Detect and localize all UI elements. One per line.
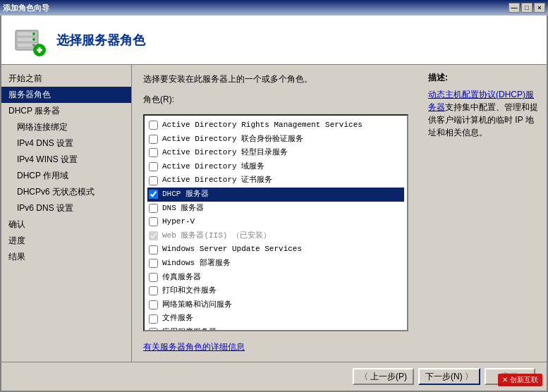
role-checkbox-dns[interactable] <box>149 204 158 213</box>
description-title: 描述: <box>428 72 538 84</box>
dialog-header: 选择服务器角色 <box>1 16 547 65</box>
sidebar: 开始之前服务器角色DHCP 服务器网络连接绑定IPv4 DNS 设置IPv4 W… <box>1 65 132 362</box>
role-item-ad-rms[interactable]: Active Directory Rights Management Servi… <box>147 118 404 133</box>
role-item-win-deploy[interactable]: Windows 部署服务 <box>147 257 404 271</box>
role-label-ad-lds: Active Directory 轻型目录服务 <box>162 147 288 159</box>
title-bar-text: 添加角色向导 <box>3 3 49 13</box>
role-checkbox-hyper-v[interactable] <box>149 217 158 226</box>
role-item-file[interactable]: 文件服务 <box>147 312 404 326</box>
role-label-file: 文件服务 <box>162 312 193 325</box>
roles-label: 角色(R): <box>143 94 408 106</box>
role-checkbox-iis[interactable] <box>149 231 158 240</box>
description-body: 支持集中配置、管理和提供客户端计算机的临时 IP 地址和相关信息。 <box>428 102 538 137</box>
close-button[interactable]: × <box>534 3 545 13</box>
sidebar-item-network-bind[interactable]: 网络连接绑定 <box>1 119 131 135</box>
role-item-dns[interactable]: DNS 服务器 <box>147 202 404 216</box>
role-label-ad-fed: Active Directory 联合身份验证服务 <box>162 133 303 146</box>
role-label-ad-ds: Active Directory 域服务 <box>162 161 264 173</box>
title-bar-controls: — □ × <box>509 3 545 13</box>
role-item-ad-fed[interactable]: Active Directory 联合身份验证服务 <box>147 133 404 147</box>
role-item-fax[interactable]: 传真服务器 <box>147 271 404 285</box>
maximize-button[interactable]: □ <box>521 3 532 13</box>
roles-list[interactable]: Active Directory Rights Management Servi… <box>143 114 408 331</box>
title-bar: 添加角色向导 — □ × <box>0 0 548 16</box>
role-label-ad-rms: Active Directory Rights Management Servi… <box>162 119 363 132</box>
role-item-app-server[interactable]: 应用程序服务器 <box>147 326 404 331</box>
sidebar-item-start[interactable]: 开始之前 <box>1 71 131 87</box>
role-checkbox-network-policy[interactable] <box>149 300 158 310</box>
role-label-dns: DNS 服务器 <box>162 202 204 215</box>
main-dialog: 选择服务器角色 开始之前服务器角色DHCP 服务器网络连接绑定IPv4 DNS … <box>0 16 548 392</box>
sidebar-item-server-roles[interactable]: 服务器角色 <box>1 87 131 103</box>
svg-point-4 <box>32 32 35 35</box>
role-checkbox-ad-cs[interactable] <box>149 176 158 185</box>
role-label-iis: Web 服务器(IIS) （已安装） <box>162 230 271 243</box>
next-button[interactable]: 下一步(N) 〉 <box>418 368 480 385</box>
sidebar-item-dhcp-scope[interactable]: DHCP 作用域 <box>1 168 131 184</box>
role-item-print[interactable]: 打印和文件服务 <box>147 284 404 298</box>
role-label-network-policy: 网络策略和访问服务 <box>162 299 232 312</box>
svg-point-5 <box>32 38 35 41</box>
role-item-network-policy[interactable]: 网络策略和访问服务 <box>147 298 404 312</box>
svg-rect-9 <box>39 47 41 53</box>
role-checkbox-dhcp[interactable] <box>149 190 158 199</box>
watermark-logo: ✕ <box>502 376 510 384</box>
role-checkbox-ad-ds[interactable] <box>149 162 158 171</box>
role-label-win-deploy: Windows 部署服务 <box>162 257 231 270</box>
role-checkbox-wsus[interactable] <box>149 245 158 255</box>
sidebar-item-ipv4-wins[interactable]: IPv4 WINS 设置 <box>1 152 131 168</box>
role-label-print: 打印和文件服务 <box>162 285 217 298</box>
content-area: 选择要安装在此服务器上的一个或多个角色。 角色(R): Active Direc… <box>132 65 420 362</box>
minimize-button[interactable]: — <box>509 3 520 13</box>
role-checkbox-app-server[interactable] <box>149 328 158 331</box>
description-text: 动态主机配置协议(DHCP)服务器支持集中配置、管理和提供客户端计算机的临时 I… <box>428 88 538 139</box>
sidebar-item-dhcp-server[interactable]: DHCP 服务器 <box>1 103 131 119</box>
role-checkbox-ad-fed[interactable] <box>149 135 158 144</box>
sidebar-item-result[interactable]: 结果 <box>1 249 131 265</box>
role-item-dhcp[interactable]: DHCP 服务器 <box>147 188 404 202</box>
role-checkbox-ad-lds[interactable] <box>149 148 158 157</box>
role-item-ad-cs[interactable]: Active Directory 证书服务 <box>147 173 404 188</box>
role-item-iis[interactable]: Web 服务器(IIS) （已安装） <box>147 229 404 243</box>
watermark: ✕ 创新互联 <box>498 374 542 386</box>
role-label-app-server: 应用程序服务器 <box>162 326 217 331</box>
role-label-hyper-v: Hyper-V <box>162 216 195 228</box>
header-icon <box>13 23 47 57</box>
sidebar-item-ipv4-dns[interactable]: IPv4 DNS 设置 <box>1 135 131 152</box>
role-checkbox-ad-rms[interactable] <box>149 121 158 130</box>
role-checkbox-fax[interactable] <box>149 273 158 282</box>
sidebar-item-ipv6-dns[interactable]: IPv6 DNS 设置 <box>1 200 131 216</box>
description-panel: 描述: 动态主机配置协议(DHCP)服务器支持集中配置、管理和提供客户端计算机的… <box>420 65 547 362</box>
dialog-footer: 〈 上一步(P) 下一步(N) 〉 安装 <box>1 362 547 391</box>
role-item-wsus[interactable]: Windows Server Update Services <box>147 243 404 257</box>
role-item-ad-lds[interactable]: Active Directory 轻型目录服务 <box>147 146 404 160</box>
role-label-wsus: Windows Server Update Services <box>162 243 302 256</box>
role-item-hyper-v[interactable]: Hyper-V <box>147 215 404 229</box>
content-description: 选择要安装在此服务器上的一个或多个角色。 <box>143 73 408 85</box>
role-checkbox-print[interactable] <box>149 286 158 295</box>
role-item-ad-ds[interactable]: Active Directory 域服务 <box>147 160 404 174</box>
sidebar-item-dhcpv6-mode[interactable]: DHCPv6 无状态模式 <box>1 184 131 200</box>
roles-info-link[interactable]: 有关服务器角色的详细信息 <box>143 341 408 353</box>
header-title: 选择服务器角色 <box>56 32 145 49</box>
dialog-body: 开始之前服务器角色DHCP 服务器网络连接绑定IPv4 DNS 设置IPv4 W… <box>1 65 547 362</box>
role-label-ad-cs: Active Directory 证书服务 <box>162 174 272 187</box>
sidebar-item-progress[interactable]: 进度 <box>1 233 131 249</box>
sidebar-item-confirm[interactable]: 确认 <box>1 216 131 233</box>
role-label-fax: 传真服务器 <box>162 271 201 284</box>
back-button[interactable]: 〈 上一步(P) <box>353 368 414 385</box>
role-checkbox-win-deploy[interactable] <box>149 259 158 268</box>
role-label-dhcp: DHCP 服务器 <box>162 188 209 201</box>
role-checkbox-file[interactable] <box>149 314 158 324</box>
